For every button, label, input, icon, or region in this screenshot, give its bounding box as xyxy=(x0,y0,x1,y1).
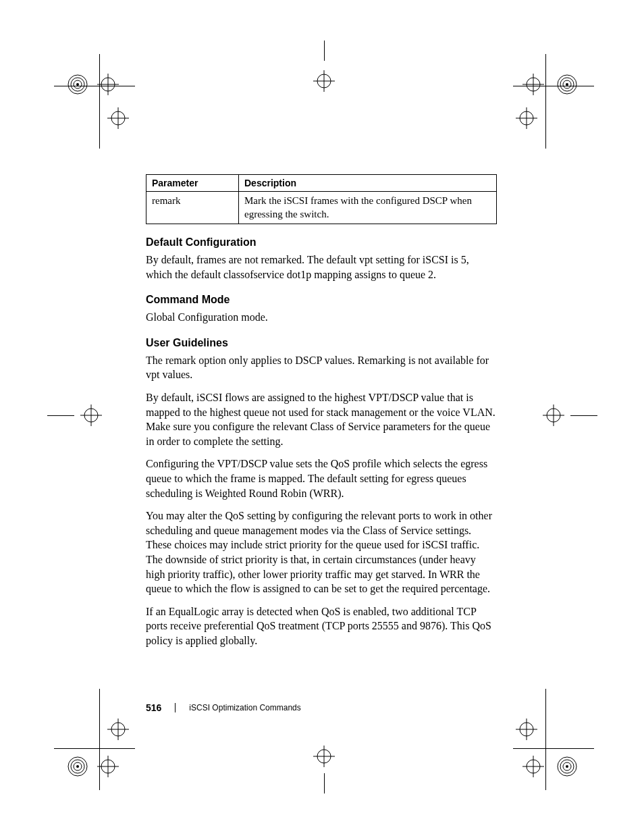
svg-point-26 xyxy=(547,409,560,422)
registration-mark-icon xyxy=(311,68,338,95)
page-number: 516 xyxy=(146,702,161,713)
svg-point-20 xyxy=(520,111,533,125)
svg-point-50 xyxy=(563,762,571,771)
svg-point-36 xyxy=(101,760,115,773)
crop-line xyxy=(513,86,594,86)
body-text: The remark option only applies to DSCP v… xyxy=(146,353,497,382)
svg-point-49 xyxy=(560,760,574,773)
svg-point-42 xyxy=(520,723,533,736)
svg-point-4 xyxy=(101,78,115,91)
svg-point-51 xyxy=(566,765,568,768)
svg-point-45 xyxy=(527,760,540,773)
registration-mark-icon xyxy=(506,64,587,138)
svg-point-17 xyxy=(560,78,574,91)
body-text: Global Configuration mode. xyxy=(146,310,497,325)
td-desc: Mark the iSCSI frames with the configure… xyxy=(239,192,497,224)
parameter-table: Parameter Description remark Mark the iS… xyxy=(146,174,497,224)
crop-line xyxy=(545,54,546,149)
crop-line xyxy=(324,41,325,61)
registration-mark-icon xyxy=(311,743,338,770)
svg-point-16 xyxy=(558,75,576,94)
svg-point-10 xyxy=(317,74,331,88)
body-text: By default, frames are not remarked. The… xyxy=(146,253,497,282)
crop-line xyxy=(324,773,325,793)
svg-point-1 xyxy=(71,78,84,91)
body-text: If an EqualLogic array is detected when … xyxy=(146,604,497,648)
registration-mark-icon xyxy=(78,402,105,429)
heading-user-guidelines: User Guidelines xyxy=(146,337,497,349)
crop-line xyxy=(54,86,135,86)
registration-mark-icon xyxy=(506,709,587,790)
svg-point-35 xyxy=(76,765,79,768)
svg-point-29 xyxy=(111,723,125,736)
page-footer: 516 iSCSI Optimization Commands xyxy=(146,702,497,713)
svg-point-23 xyxy=(84,409,98,422)
registration-mark-icon xyxy=(64,64,138,138)
table-row: remark Mark the iSCSI frames with the co… xyxy=(146,192,497,224)
svg-point-32 xyxy=(68,757,87,776)
chapter-title: iSCSI Optimization Commands xyxy=(189,703,300,712)
crop-line xyxy=(545,689,546,790)
registration-mark-icon xyxy=(64,709,138,790)
table-header-row: Parameter Description xyxy=(146,175,497,192)
crop-line xyxy=(99,689,100,790)
svg-point-34 xyxy=(74,762,82,771)
heading-default-configuration: Default Configuration xyxy=(146,236,497,249)
body-text: You may alter the QoS setting by configu… xyxy=(146,509,497,596)
svg-point-2 xyxy=(74,80,82,88)
svg-point-13 xyxy=(527,78,540,91)
svg-point-18 xyxy=(563,80,571,88)
crop-line xyxy=(47,415,74,416)
svg-point-7 xyxy=(111,111,125,125)
crop-line xyxy=(99,54,100,149)
body-text: Configuring the VPT/DSCP value sets the … xyxy=(146,457,497,500)
svg-point-39 xyxy=(317,750,331,763)
th-parameter: Parameter xyxy=(146,175,239,192)
footer-divider xyxy=(175,703,176,712)
crop-line xyxy=(570,415,597,416)
svg-point-33 xyxy=(71,760,84,773)
svg-point-48 xyxy=(558,757,576,776)
svg-point-0 xyxy=(68,75,87,94)
th-description: Description xyxy=(239,175,497,192)
body-text: By default, iSCSI flows are assigned to … xyxy=(146,390,497,448)
crop-line xyxy=(54,748,135,749)
crop-line xyxy=(513,748,594,749)
registration-mark-icon xyxy=(540,402,567,429)
heading-command-mode: Command Mode xyxy=(146,294,497,306)
td-param: remark xyxy=(146,192,239,224)
page-content: Parameter Description remark Mark the iS… xyxy=(146,174,497,656)
